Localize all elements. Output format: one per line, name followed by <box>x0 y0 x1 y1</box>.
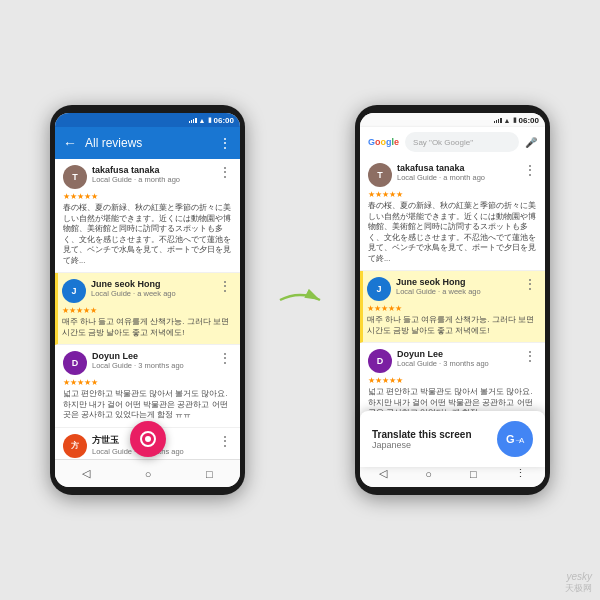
fab-button-left[interactable] <box>130 421 166 457</box>
review-header-3-right: D Doyun Lee Local Guide · 3 months ago ⋮ <box>368 349 537 373</box>
reviewer-meta-2-left: Local Guide · a week ago <box>91 289 213 298</box>
svg-text:A: A <box>519 436 525 445</box>
watermark: yesky 天极网 <box>565 571 592 595</box>
signal-icon-left <box>189 117 197 123</box>
fab-icon-left <box>140 431 156 447</box>
reviewer-meta-3-right: Local Guide · 3 months ago <box>397 359 518 368</box>
review-header-1-left: T takafusa tanaka Local Guide · a month … <box>63 165 232 189</box>
review-more-3-right[interactable]: ⋮ <box>523 349 537 363</box>
app-bar-left: ← All reviews ⋮ <box>55 127 240 159</box>
stars-2-right: ★★★★★ <box>367 304 537 313</box>
avatar-1-right: T <box>368 163 392 187</box>
status-icons-right: ▲ ▮ 06:00 <box>494 116 539 125</box>
phone-left: ▲ ▮ 06:00 ← All reviews ⋮ T <box>50 105 245 495</box>
translate-svg-icon: G → A <box>504 428 526 450</box>
avatar-2-right: J <box>367 277 391 301</box>
nav-extra-right[interactable]: ⋮ <box>515 467 526 480</box>
reviewer-info-3-right: Doyun Lee Local Guide · 3 months ago <box>397 349 518 368</box>
nav-recents-left[interactable]: □ <box>206 468 213 480</box>
battery-icon-right: ▮ <box>513 116 517 124</box>
reviewer-meta-1-right: Local Guide · a month ago <box>397 173 518 182</box>
transition-arrow <box>275 285 325 315</box>
status-icons-left: ▲ ▮ 06:00 <box>189 116 234 125</box>
stars-3-right: ★★★★★ <box>368 376 537 385</box>
avatar-1-left: T <box>63 165 87 189</box>
avatar-2-left: J <box>62 279 86 303</box>
translate-language: Japanese <box>372 440 489 450</box>
stars-1-left: ★★★★★ <box>63 192 232 201</box>
translate-title: Translate this screen <box>372 429 489 440</box>
watermark-text1: yesky <box>565 571 592 582</box>
review-text-2-left: 매주 하나 들고 여유를게 산책가능. 그러다 보면 시간도 금방 날아도 좋고… <box>62 317 232 338</box>
fab-dot <box>145 436 151 442</box>
stars-2-left: ★★★★★ <box>62 306 232 315</box>
google-search-bar[interactable]: Google Say "Ok Google" 🎤 <box>360 127 545 157</box>
wifi-icon-right: ▲ <box>504 117 511 124</box>
back-button-left[interactable]: ← <box>63 135 77 151</box>
reviewer-name-1-right: takafusa tanaka <box>397 163 518 173</box>
stars-1-right: ★★★★★ <box>368 190 537 199</box>
mic-icon[interactable]: 🎤 <box>525 137 537 148</box>
review-header-2-left: J June seok Hong Local Guide · a week ag… <box>62 279 232 303</box>
review-item-2-right: J June seok Hong Local Guide · a week ag… <box>360 271 545 343</box>
review-text-3-left: 넓고 편안하고 박물관도 많아서 볼거도 많아요. 하지만 내가 걸어 어떤 박… <box>63 389 232 421</box>
review-more-1-right[interactable]: ⋮ <box>523 163 537 177</box>
status-time-left: 06:00 <box>214 116 234 125</box>
reviewer-meta-2-right: Local Guide · a week ago <box>396 287 518 296</box>
nav-recents-right[interactable]: □ <box>470 468 477 480</box>
reviewer-meta-3-left: Local Guide · 3 months ago <box>92 361 213 370</box>
review-header-1-right: T takafusa tanaka Local Guide · a month … <box>368 163 537 187</box>
nav-home-right[interactable]: ○ <box>425 468 432 480</box>
arrow-container <box>275 285 325 315</box>
translate-text-block: Translate this screen Japanese <box>372 429 489 450</box>
scene: ▲ ▮ 06:00 ← All reviews ⋮ T <box>0 0 600 600</box>
search-placeholder: Say "Ok Google" <box>413 138 473 147</box>
nav-bar-left: ◁ ○ □ <box>55 459 240 487</box>
phone-right: ▲ ▮ 06:00 Google Say "Ok Google" 🎤 <box>355 105 550 495</box>
review-item-2-left: J June seok Hong Local Guide · a week ag… <box>55 273 240 345</box>
review-more-2-left[interactable]: ⋮ <box>218 279 232 293</box>
review-text-1-left: 春の桜、夏の新緑、秋の紅葉と季節の折々に美しい自然が堪能できます。近くには動物園… <box>63 203 232 266</box>
review-more-2-right[interactable]: ⋮ <box>523 277 537 291</box>
reviewer-info-1-left: takafusa tanaka Local Guide · a month ag… <box>92 165 213 184</box>
avatar-4-left: 方 <box>63 434 87 458</box>
reviewer-info-1-right: takafusa tanaka Local Guide · a month ag… <box>397 163 518 182</box>
more-button-left[interactable]: ⋮ <box>218 135 232 151</box>
reviewer-name-2-left: June seok Hong <box>91 279 213 289</box>
reviewer-name-3-right: Doyun Lee <box>397 349 518 359</box>
status-time-right: 06:00 <box>519 116 539 125</box>
watermark-text2: 天极网 <box>565 582 592 595</box>
review-more-1-left[interactable]: ⋮ <box>218 165 232 179</box>
avatar-3-right: D <box>368 349 392 373</box>
battery-icon-left: ▮ <box>208 116 212 124</box>
nav-back-left[interactable]: ◁ <box>82 467 90 480</box>
reviewer-info-2-left: June seok Hong Local Guide · a week ago <box>91 279 213 298</box>
reviewer-meta-1-left: Local Guide · a month ago <box>92 175 213 184</box>
reviewer-info-3-left: Doyun Lee Local Guide · 3 months ago <box>92 351 213 370</box>
translate-popup[interactable]: Translate this screen Japanese G → A <box>360 411 545 467</box>
nav-home-left[interactable]: ○ <box>145 468 152 480</box>
signal-icon-right <box>494 117 502 123</box>
reviewer-name-1-left: takafusa tanaka <box>92 165 213 175</box>
review-header-3-left: D Doyun Lee Local Guide · 3 months ago ⋮ <box>63 351 232 375</box>
status-bar-left: ▲ ▮ 06:00 <box>55 113 240 127</box>
google-search-field[interactable]: Say "Ok Google" <box>405 132 519 152</box>
stars-3-left: ★★★★★ <box>63 378 232 387</box>
reviewer-name-2-right: June seok Hong <box>396 277 518 287</box>
wifi-icon-left: ▲ <box>199 117 206 124</box>
avatar-3-left: D <box>63 351 87 375</box>
review-more-3-left[interactable]: ⋮ <box>218 351 232 365</box>
reviews-list-left: T takafusa tanaka Local Guide · a month … <box>55 159 240 459</box>
translate-icon[interactable]: G → A <box>497 421 533 457</box>
review-more-4-left[interactable]: ⋮ <box>218 434 232 448</box>
review-text-2-right: 매주 하나 들고 여유를게 산책가능. 그러다 보면 시간도 금방 날아도 좋고… <box>367 315 537 336</box>
phone-right-screen: ▲ ▮ 06:00 Google Say "Ok Google" 🎤 <box>360 113 545 487</box>
review-item-1-left: T takafusa tanaka Local Guide · a month … <box>55 159 240 273</box>
nav-back-right[interactable]: ◁ <box>379 467 387 480</box>
review-item-1-right: T takafusa tanaka Local Guide · a month … <box>360 157 545 271</box>
status-bar-right: ▲ ▮ 06:00 <box>360 113 545 127</box>
google-logo: Google <box>368 137 399 147</box>
app-bar-title-left: All reviews <box>85 136 142 150</box>
review-header-2-right: J June seok Hong Local Guide · a week ag… <box>367 277 537 301</box>
reviewer-info-2-right: June seok Hong Local Guide · a week ago <box>396 277 518 296</box>
